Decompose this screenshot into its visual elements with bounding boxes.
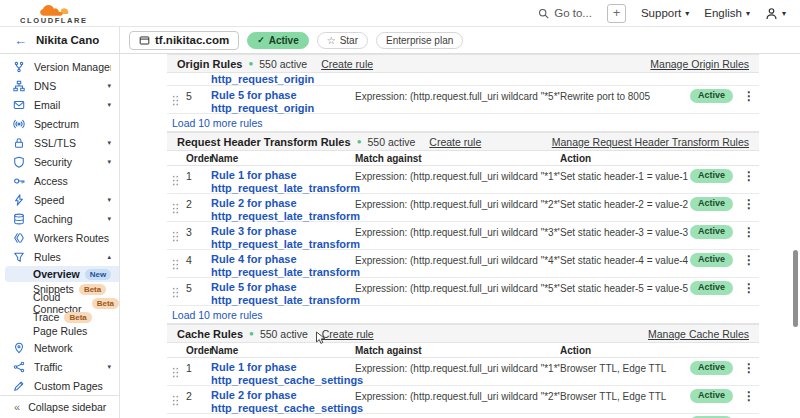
sidebar-item-spectrum[interactable]: Spectrum bbox=[0, 114, 119, 133]
sidebar-item-custom-pages[interactable]: Custom Pages bbox=[0, 376, 119, 395]
sidebar-item-rules[interactable]: Rules▴ bbox=[0, 247, 119, 266]
vertical-scrollbar[interactable] bbox=[793, 250, 798, 327]
kebab-menu-icon[interactable]: ⋮ bbox=[739, 361, 759, 375]
drag-handle-icon[interactable] bbox=[172, 225, 186, 246]
active-count-dot: ● bbox=[248, 60, 253, 68]
collapse-sidebar-button[interactable]: « Collapse sidebar bbox=[0, 395, 119, 418]
rule-name-link[interactable]: Rule 2 for phasehttp_request_late_transf… bbox=[211, 197, 355, 223]
table-row: 1Rule 1 for phasehttp_request_late_trans… bbox=[167, 166, 759, 194]
drag-handle-icon[interactable] bbox=[172, 89, 186, 110]
rule-name-link[interactable]: http_request_origin bbox=[211, 73, 314, 85]
drag-handle-icon[interactable] bbox=[172, 169, 186, 190]
active-count-label: 550 active bbox=[259, 58, 307, 70]
drag-handle-icon[interactable] bbox=[172, 253, 186, 274]
lock-icon bbox=[13, 136, 26, 149]
kebab-menu-icon[interactable]: ⋮ bbox=[739, 169, 759, 183]
star-button[interactable]: ☆ Star bbox=[317, 32, 368, 49]
sidebar-item-workers-routes[interactable]: Workers Routes bbox=[0, 228, 119, 247]
sidebar-item-overview[interactable]: OverviewNew bbox=[5, 266, 119, 282]
rule-action: Set static header-3 = value-3 bbox=[560, 225, 690, 238]
page-body: Version ManagementDNS▾Email▾SpectrumSSL/… bbox=[0, 54, 800, 418]
rule-name-link[interactable]: Rule 5 for phasehttp_request_origin bbox=[211, 89, 355, 115]
email-icon bbox=[13, 98, 26, 111]
table-row: 3Rule 3 for phasehttp_request_late_trans… bbox=[167, 222, 759, 250]
create-rule-link[interactable]: Create rule bbox=[321, 58, 373, 70]
rule-order: 5 bbox=[186, 89, 211, 102]
column-match-against: Match against bbox=[355, 345, 560, 356]
kebab-menu-icon[interactable]: ⋮ bbox=[739, 389, 759, 403]
load-more-link[interactable]: Load 10 more rules bbox=[172, 117, 262, 129]
rule-name-link[interactable]: Rule 2 for phasehttp_request_cache_setti… bbox=[211, 389, 355, 415]
sidebar-item-label: Rules bbox=[34, 251, 99, 263]
rule-expression: Expression: (http.request.full_uri wildc… bbox=[355, 225, 560, 238]
active-status-badge: Active bbox=[690, 361, 733, 375]
kebab-menu-icon[interactable]: ⋮ bbox=[739, 225, 759, 239]
kebab-menu-icon[interactable]: ⋮ bbox=[739, 281, 759, 295]
sidebar-item-trace[interactable]: TraceBeta bbox=[0, 310, 119, 324]
create-rule-link[interactable]: Create rule bbox=[322, 328, 374, 340]
rule-order bbox=[186, 416, 211, 417]
sidebar-item-email[interactable]: Email▾ bbox=[0, 95, 119, 114]
rule-name-link[interactable]: Rule 1 for phasehttp_request_cache_setti… bbox=[211, 361, 355, 387]
manage-rules-link[interactable]: Manage Request Header Transform Rules bbox=[552, 136, 749, 148]
drag-handle-icon[interactable] bbox=[172, 197, 186, 218]
dns-icon bbox=[13, 79, 26, 92]
support-label: Support bbox=[641, 7, 681, 19]
active-status-badge: Active bbox=[690, 225, 733, 239]
sidebar-item-label: Workers Routes bbox=[34, 232, 111, 244]
drag-handle-icon[interactable] bbox=[172, 281, 186, 302]
kebab-menu-icon[interactable]: ⋮ bbox=[739, 253, 759, 267]
language-menu[interactable]: English ▾ bbox=[704, 7, 750, 19]
back-button[interactable]: ← bbox=[14, 33, 27, 48]
rule-expression: Expression: (http.request.full_uri wildc… bbox=[355, 281, 560, 294]
sidebar-item-ssl-tls[interactable]: SSL/TLS▾ bbox=[0, 133, 119, 152]
active-status-badge: Active bbox=[690, 253, 733, 267]
cloudflare-logo[interactable]: CLOUDFLARE bbox=[20, 4, 88, 25]
support-menu[interactable]: Support ▾ bbox=[641, 7, 689, 19]
rule-name-link[interactable]: Rule 5 for phasehttp_request_late_transf… bbox=[211, 281, 355, 307]
sidebar-item-network[interactable]: Network bbox=[0, 338, 119, 357]
rule-name-link[interactable]: Rule 4 for phasehttp_request_late_transf… bbox=[211, 253, 355, 279]
goto-search[interactable]: Go to... bbox=[538, 7, 592, 19]
rule-action: Set static header-4 = value-4 bbox=[560, 253, 690, 266]
sidebar-item-label: Speed bbox=[34, 194, 99, 206]
sidebar-item-cloud-connector[interactable]: Cloud ConnectorBeta bbox=[0, 296, 119, 310]
rule-action: Rewrite port to 8005 bbox=[560, 89, 690, 102]
rule-expression: Expression: (http.request.full_uri wildc… bbox=[355, 361, 560, 374]
section-title: Cache Rules bbox=[177, 328, 243, 340]
create-rule-link[interactable]: Create rule bbox=[429, 136, 481, 148]
beta-badge: Beta bbox=[64, 312, 91, 323]
rule-name-link[interactable]: Rule 3 for phasehttp_request_late_transf… bbox=[211, 225, 355, 251]
sidebar-item-caching[interactable]: Caching▾ bbox=[0, 209, 119, 228]
user-menu[interactable]: ▾ bbox=[765, 7, 786, 20]
account-bar-left: ← Nikita Cano bbox=[0, 27, 120, 53]
sidebar-item-traffic[interactable]: Traffic▾ bbox=[0, 357, 119, 376]
account-bar: ← Nikita Cano tf.nikitac.com ✓ Active ☆ … bbox=[0, 27, 800, 54]
table-row: 2Rule 2 for phasehttp_request_late_trans… bbox=[167, 194, 759, 222]
database-icon bbox=[13, 212, 26, 225]
kebab-menu-icon[interactable]: ⋮ bbox=[739, 89, 759, 103]
account-name[interactable]: Nikita Cano bbox=[36, 34, 99, 46]
sidebar-item-version-management[interactable]: Version Management bbox=[0, 57, 119, 76]
sidebar-item-label: DNS bbox=[34, 80, 99, 92]
add-button[interactable]: + bbox=[607, 4, 626, 23]
sidebar-item-page-rules[interactable]: Page Rules bbox=[0, 324, 119, 338]
manage-rules-link[interactable]: Manage Origin Rules bbox=[650, 58, 749, 70]
rule-name-link[interactable]: Rule 1 for phasehttp_request_late_transf… bbox=[211, 169, 355, 195]
active-status-badge: Active bbox=[690, 89, 733, 103]
column-order: Order bbox=[186, 345, 211, 356]
drag-handle-icon[interactable] bbox=[172, 389, 186, 410]
load-more-link[interactable]: Load 10 more rules bbox=[172, 309, 262, 321]
sidebar-item-security[interactable]: Security▾ bbox=[0, 152, 119, 171]
sidebar-item-speed[interactable]: Speed▾ bbox=[0, 190, 119, 209]
domain-selector[interactable]: tf.nikitac.com bbox=[129, 31, 239, 50]
manage-rules-link[interactable]: Manage Cache Rules bbox=[648, 328, 749, 340]
spectrum-icon bbox=[13, 117, 26, 130]
sidebar-item-access[interactable]: Access bbox=[0, 171, 119, 190]
star-icon: ☆ bbox=[327, 35, 336, 46]
rule-order: 4 bbox=[186, 253, 211, 266]
rule-action: Browser TTL, Edge TTL bbox=[560, 389, 690, 402]
drag-handle-icon[interactable] bbox=[172, 361, 186, 382]
kebab-menu-icon[interactable]: ⋮ bbox=[739, 197, 759, 211]
sidebar-item-dns[interactable]: DNS▾ bbox=[0, 76, 119, 95]
